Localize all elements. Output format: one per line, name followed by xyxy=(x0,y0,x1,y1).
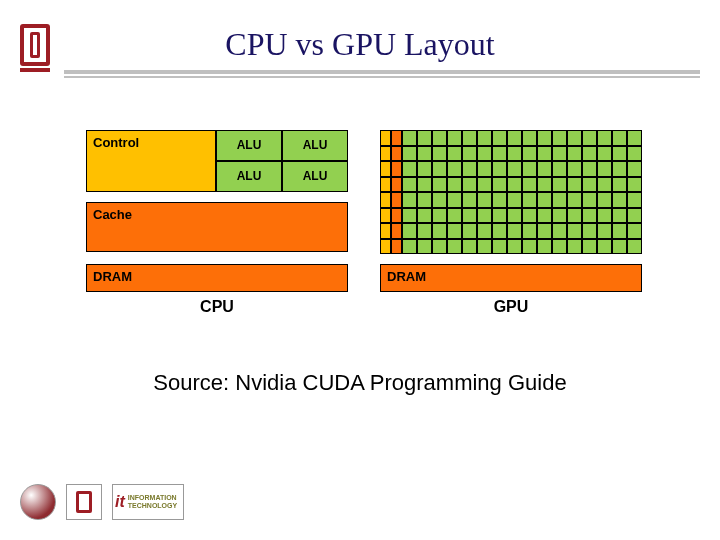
gpu-row xyxy=(380,223,642,239)
cpu-alu-block: ALU xyxy=(216,130,282,161)
gpu-alu-cell xyxy=(477,130,492,146)
gpu-alu-cell xyxy=(552,192,567,208)
cpu-label: CPU xyxy=(86,298,348,316)
title-underline xyxy=(64,70,700,74)
gpu-alu-cell xyxy=(507,177,522,193)
gpu-alu-cell xyxy=(402,130,417,146)
gpu-alu-cell xyxy=(507,192,522,208)
gpu-row xyxy=(380,130,642,146)
it-logo-text: INFORMATION TECHNOLOGY xyxy=(128,494,181,509)
gpu-alu-cell xyxy=(417,208,432,224)
gpu-alu-cell xyxy=(432,177,447,193)
gpu-alu-cell xyxy=(612,161,627,177)
cpu-control-block: Control xyxy=(86,130,216,192)
gpu-alu-cell xyxy=(507,161,522,177)
gpu-cache-col-icon xyxy=(391,130,402,146)
gpu-alu-cell xyxy=(522,192,537,208)
gpu-alu-cell xyxy=(507,146,522,162)
gpu-alu-cell xyxy=(507,223,522,239)
slide-header: CPU vs GPU Layout xyxy=(20,24,700,78)
gpu-alu-strip xyxy=(402,223,642,239)
gpu-alu-cell xyxy=(582,161,597,177)
gpu-alu-cell xyxy=(567,208,582,224)
gpu-alu-cell xyxy=(552,223,567,239)
gpu-alu-cell xyxy=(552,239,567,255)
gpu-alu-strip xyxy=(402,192,642,208)
gpu-row xyxy=(380,208,642,224)
gpu-alu-cell xyxy=(402,192,417,208)
gpu-alu-cell xyxy=(537,223,552,239)
gpu-alu-cell xyxy=(462,208,477,224)
gpu-alu-cell xyxy=(432,161,447,177)
gpu-control-col-icon xyxy=(380,146,391,162)
gpu-alu-cell xyxy=(567,239,582,255)
gpu-alu-cell xyxy=(477,239,492,255)
gpu-alu-cell xyxy=(402,239,417,255)
gpu-alu-cell xyxy=(447,177,462,193)
gpu-alu-cell xyxy=(597,239,612,255)
gpu-alu-cell xyxy=(627,192,642,208)
gpu-alu-cell xyxy=(417,146,432,162)
gpu-alu-cell xyxy=(477,177,492,193)
gpu-alu-cell xyxy=(492,146,507,162)
cpu-alu-block: ALU xyxy=(282,161,348,192)
gpu-alu-cell xyxy=(567,146,582,162)
gpu-alu-cell xyxy=(432,239,447,255)
cpu-cache-block: Cache xyxy=(86,202,348,252)
gpu-row xyxy=(380,177,642,193)
gpu-alu-cell xyxy=(522,223,537,239)
gpu-alu-cell xyxy=(477,223,492,239)
gpu-alu-strip xyxy=(402,239,642,255)
gpu-alu-cell xyxy=(417,239,432,255)
gpu-alu-cell xyxy=(447,146,462,162)
gpu-alu-cell xyxy=(612,223,627,239)
gpu-alu-cell xyxy=(402,177,417,193)
gpu-alu-cell xyxy=(522,177,537,193)
gpu-control-col-icon xyxy=(380,177,391,193)
gpu-alu-cell xyxy=(627,223,642,239)
gpu-alu-cell xyxy=(612,130,627,146)
gpu-alu-cell xyxy=(597,223,612,239)
gpu-alu-cell xyxy=(567,130,582,146)
gpu-cache-col-icon xyxy=(391,161,402,177)
gpu-alu-cell xyxy=(627,161,642,177)
gpu-alu-cell xyxy=(447,192,462,208)
gpu-alu-cell xyxy=(612,239,627,255)
gpu-alu-cell xyxy=(582,177,597,193)
gpu-control-col-icon xyxy=(380,130,391,146)
gpu-row xyxy=(380,239,642,255)
gpu-alu-cell xyxy=(522,161,537,177)
gpu-alu-cell xyxy=(507,130,522,146)
gpu-alu-cell xyxy=(552,177,567,193)
gpu-alu-cell xyxy=(417,130,432,146)
gpu-alu-cell xyxy=(492,161,507,177)
gpu-alu-cell xyxy=(402,161,417,177)
gpu-alu-cell xyxy=(522,130,537,146)
gpu-alu-cell xyxy=(567,161,582,177)
gpu-alu-cell xyxy=(597,146,612,162)
gpu-cache-col-icon xyxy=(391,223,402,239)
gpu-alu-cell xyxy=(432,146,447,162)
gpu-control-col-icon xyxy=(380,192,391,208)
gpu-alu-cell xyxy=(417,161,432,177)
gpu-row xyxy=(380,192,642,208)
gpu-alu-cell xyxy=(537,130,552,146)
gpu-alu-cell xyxy=(492,192,507,208)
cpu-alu-block: ALU xyxy=(216,161,282,192)
gpu-alu-cell xyxy=(627,239,642,255)
cpu-alu-block: ALU xyxy=(282,130,348,161)
gpu-alu-cell xyxy=(582,208,597,224)
gpu-alu-cell xyxy=(522,208,537,224)
gpu-alu-cell xyxy=(492,130,507,146)
gpu-row xyxy=(380,161,642,177)
gpu-alu-cell xyxy=(627,208,642,224)
gpu-cache-col-icon xyxy=(391,146,402,162)
gpu-alu-cell xyxy=(597,130,612,146)
gpu-alu-cell xyxy=(612,146,627,162)
gpu-alu-cell xyxy=(462,239,477,255)
gpu-control-col-icon xyxy=(380,239,391,255)
gpu-alu-cell xyxy=(492,223,507,239)
gpu-alu-cell xyxy=(627,130,642,146)
gpu-alu-cell xyxy=(462,177,477,193)
gpu-alu-cell xyxy=(597,161,612,177)
